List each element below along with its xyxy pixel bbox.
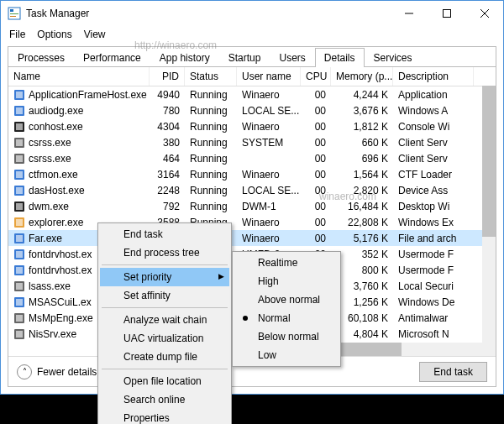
process-name: fontdrvhost.ex xyxy=(29,249,92,260)
svg-rect-9 xyxy=(16,92,23,98)
menu-view[interactable]: View xyxy=(79,27,111,42)
vertical-scrollbar[interactable] xyxy=(482,86,496,356)
svg-rect-29 xyxy=(16,251,23,258)
svg-rect-3 xyxy=(10,16,16,17)
process-description: Desktop Wi xyxy=(393,200,474,213)
process-name: ApplicationFrameHost.exe xyxy=(29,89,147,101)
ctx-create-dump-file[interactable]: Create dump file xyxy=(100,348,229,366)
context-menu: End task End process tree Set priority▶ … xyxy=(97,222,232,424)
ctx-search-online[interactable]: Search online xyxy=(100,390,229,409)
table-row[interactable]: dwm.exe792RunningDWM-10016,484 KDesktop … xyxy=(8,198,496,214)
process-description: Windows Ex xyxy=(393,216,474,229)
ctx-set-priority[interactable]: Set priority▶ xyxy=(100,268,229,286)
tab-processes[interactable]: Processes xyxy=(8,48,74,67)
close-button[interactable] xyxy=(465,1,503,26)
svg-rect-15 xyxy=(16,139,23,146)
table-row[interactable]: ApplicationFrameHost.exe4940RunningWinae… xyxy=(8,86,496,102)
priority-realtime[interactable]: Realtime xyxy=(234,254,339,272)
priority-above-normal[interactable]: Above normal xyxy=(234,291,339,309)
process-name: fontdrvhost.ex xyxy=(29,264,92,276)
tab-startup[interactable]: Startup xyxy=(219,48,270,67)
table-row[interactable]: ctfmon.exe3164RunningWinaero001,564 KCTF… xyxy=(8,166,496,182)
tab-services[interactable]: Services xyxy=(365,48,422,67)
table-row[interactable]: Far.exeRunningWinaero005,176 KFile and a… xyxy=(8,230,496,246)
process-description: Antimalwar xyxy=(393,311,474,325)
tab-app-history[interactable]: App history xyxy=(150,48,219,67)
tab-details[interactable]: Details xyxy=(315,48,365,67)
priority-high[interactable]: High xyxy=(234,272,339,291)
process-user: DWM-1 xyxy=(237,200,301,213)
svg-rect-21 xyxy=(16,187,23,194)
menubar: File Options View xyxy=(1,26,503,43)
table-row[interactable]: dasHost.exe2248RunningLOCAL SE...002,820… xyxy=(8,182,496,198)
process-icon xyxy=(13,89,25,101)
svg-rect-31 xyxy=(16,267,23,274)
ctx-end-task[interactable]: End task xyxy=(100,225,229,243)
process-user: Winaero xyxy=(237,232,301,245)
ctx-set-affinity[interactable]: Set affinity xyxy=(100,286,229,305)
process-memory: 5,176 K xyxy=(331,232,393,245)
process-status: Running xyxy=(185,152,237,165)
process-memory: 1,812 K xyxy=(331,120,393,133)
titlebar[interactable]: Task Manager xyxy=(1,1,503,26)
priority-low[interactable]: Low xyxy=(234,346,339,364)
col-memory[interactable]: Memory (p... xyxy=(331,67,393,86)
priority-normal-label: Normal xyxy=(258,312,291,324)
fewer-details-toggle[interactable]: ˄ Fewer details xyxy=(17,364,97,380)
svg-rect-33 xyxy=(16,283,23,290)
process-user xyxy=(237,158,301,160)
process-description: Usermode F xyxy=(393,248,474,261)
process-name: NisSrv.exe xyxy=(29,328,76,340)
process-cpu: 00 xyxy=(301,216,331,229)
tab-users[interactable]: Users xyxy=(270,48,314,67)
process-name: audiodg.exe xyxy=(29,105,83,117)
table-row[interactable]: conhost.exe4304RunningWinaero001,812 KCo… xyxy=(8,118,496,134)
ctx-open-file-location[interactable]: Open file location xyxy=(100,372,229,390)
svg-rect-37 xyxy=(16,315,23,322)
process-name: MSASCuiL.ex xyxy=(29,296,92,308)
chevron-up-icon: ˄ xyxy=(17,364,32,380)
process-icon xyxy=(13,328,25,340)
submenu-arrow-icon: ▶ xyxy=(218,272,224,280)
svg-rect-2 xyxy=(10,13,18,14)
col-status[interactable]: Status xyxy=(185,67,237,86)
col-user[interactable]: User name xyxy=(237,67,301,86)
table-row[interactable]: audiodg.exe780RunningLOCAL SE...003,676 … xyxy=(8,102,496,118)
tab-performance[interactable]: Performance xyxy=(74,48,150,67)
col-name[interactable]: Name xyxy=(8,67,150,86)
process-cpu: 00 xyxy=(301,88,331,102)
col-pid[interactable]: PID xyxy=(150,67,185,86)
ctx-separator xyxy=(102,307,228,308)
process-icon xyxy=(13,280,25,292)
checked-dot-icon xyxy=(243,316,248,321)
process-icon xyxy=(13,233,25,244)
process-name: explorer.exe xyxy=(29,217,83,228)
process-description: Windows De xyxy=(393,296,474,309)
minimize-button[interactable] xyxy=(390,1,428,26)
process-pid: 380 xyxy=(150,136,185,149)
maximize-button[interactable] xyxy=(428,1,465,26)
process-cpu: 00 xyxy=(301,136,331,149)
vertical-scrollbar-thumb[interactable] xyxy=(482,86,496,237)
menu-file[interactable]: File xyxy=(4,27,30,42)
ctx-properties[interactable]: Properties xyxy=(100,409,229,424)
col-cpu[interactable]: CPU xyxy=(301,67,331,86)
process-description: Client Serv xyxy=(393,152,474,165)
menu-options[interactable]: Options xyxy=(32,27,76,42)
ctx-uac-virtualization[interactable]: UAC virtualization xyxy=(100,329,229,348)
priority-below-normal[interactable]: Below normal xyxy=(234,327,339,346)
table-row[interactable]: csrss.exe464Running00696 KClient Serv xyxy=(8,150,496,166)
ctx-analyze-wait-chain[interactable]: Analyze wait chain xyxy=(100,311,229,329)
process-memory: 660 K xyxy=(331,136,393,149)
end-task-button[interactable]: End task xyxy=(419,362,487,382)
ctx-set-priority-label: Set priority xyxy=(123,271,171,283)
process-description: Local Securi xyxy=(393,280,474,293)
col-description[interactable]: Description xyxy=(393,67,474,86)
process-icon xyxy=(13,185,25,196)
priority-normal[interactable]: Normal xyxy=(234,309,339,327)
table-row[interactable]: csrss.exe380RunningSYSTEM00660 KClient S… xyxy=(8,134,496,150)
table-row[interactable]: explorer.exe3588RunningWinaero0022,808 K… xyxy=(8,214,496,230)
ctx-end-process-tree[interactable]: End process tree xyxy=(100,243,229,262)
svg-rect-27 xyxy=(16,235,23,242)
process-status: Running xyxy=(185,168,237,181)
